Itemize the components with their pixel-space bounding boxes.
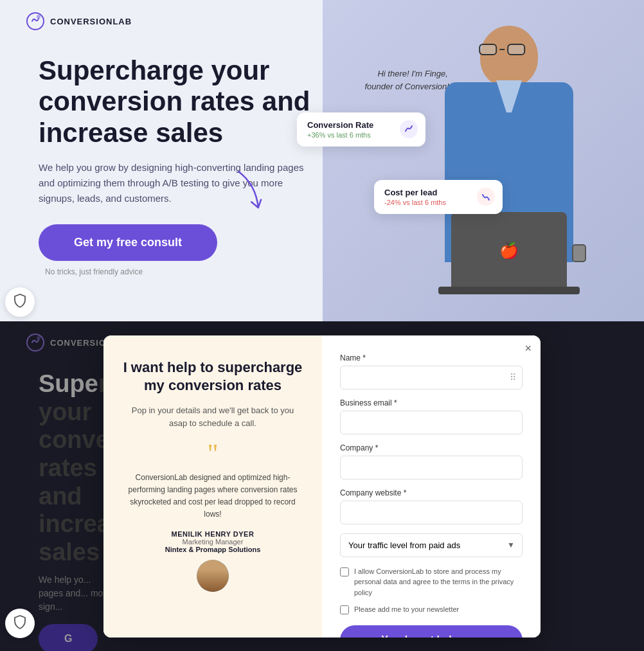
modal-left-title: I want help to supercharge my conversion… <box>121 359 304 395</box>
email-label: Business email * <box>340 398 523 407</box>
traffic-select[interactable]: Your traffic level from paid ads Less th… <box>340 533 523 557</box>
name-form-group: Name * ⠿ <box>340 353 523 389</box>
svg-point-1 <box>37 15 40 19</box>
cost-per-lead-subtitle: -24% vs last 6 mths <box>384 199 492 206</box>
shield-badge-top[interactable] <box>5 287 35 317</box>
traffic-form-group: Your traffic level from paid ads Less th… <box>340 533 523 557</box>
testimonial-role: Marketing Manager <box>183 538 244 546</box>
cta-subtext: No tricks, just friendly advice <box>45 267 321 276</box>
cost-per-lead-title: Cost per lead <box>384 188 492 197</box>
logo-text: CONVERSIONLAB <box>50 17 132 26</box>
company-label: Company * <box>340 443 523 452</box>
modal-close-button[interactable]: × <box>524 342 532 355</box>
name-input-wrapper: ⠿ <box>340 366 523 389</box>
modal-overlay: × I want help to supercharge my conversi… <box>0 321 644 651</box>
shield-icon-bottom <box>13 614 27 633</box>
conversion-rate-icon <box>400 120 418 138</box>
bottom-section: CONVERSIONLAB Supercharge your conversio… <box>0 321 644 651</box>
hero-title: Supercharge your conversion rates and in… <box>39 55 321 148</box>
conversion-rate-card: Conversion Rate +36% vs last 6 mths <box>297 112 425 147</box>
newsletter-checkbox-group: Please add me to your newsletter <box>340 604 523 615</box>
svg-point-0 <box>27 13 44 30</box>
shield-icon-top <box>13 293 27 312</box>
testimonial-name: MENILIK HENRY DYER <box>172 530 255 538</box>
newsletter-label: Please add me to your newsletter <box>354 604 459 615</box>
logo-wrapper: CONVERSIONLAB <box>26 12 132 31</box>
consent-checkbox[interactable] <box>340 567 349 576</box>
testimonial-avatar <box>197 560 229 592</box>
submit-button[interactable]: Yes, I want help now <box>340 625 523 638</box>
name-label: Name * <box>340 353 523 362</box>
consent-checkbox-group: I allow ConversionLab to store and proce… <box>340 566 523 598</box>
hero-person-area: Hi there! I'm Finge, founder of Conversi… <box>323 0 644 321</box>
testimonial-company: Nintex & Promapp Solutions <box>165 546 261 553</box>
name-input-icon: ⠿ <box>510 372 516 382</box>
modal-left-panel: I want help to supercharge my conversion… <box>103 335 322 638</box>
name-input[interactable] <box>340 366 523 389</box>
shield-badge-bottom[interactable] <box>5 609 35 638</box>
website-input[interactable] <box>340 501 523 524</box>
get-consult-button[interactable]: Get my free consult <box>39 224 217 261</box>
hero-content: Supercharge your conversion rates and in… <box>0 42 347 276</box>
conversion-rate-title: Conversion Rate <box>307 120 415 130</box>
company-input[interactable] <box>340 456 523 479</box>
cost-per-lead-icon <box>477 188 495 206</box>
modal-right-panel: Name * ⠿ Business email * <box>322 335 541 638</box>
traffic-select-wrapper: Your traffic level from paid ads Less th… <box>340 533 523 557</box>
hero-section: CONVERSIONLAB Supercharge your conversio… <box>0 0 644 321</box>
company-form-group: Company * <box>340 443 523 479</box>
email-input[interactable] <box>340 411 523 434</box>
quote-marks: " <box>207 443 218 465</box>
email-form-group: Business email * <box>340 398 523 434</box>
logo-icon <box>26 12 45 31</box>
person-image: 🍎 <box>409 19 609 321</box>
modal-dialog: × I want help to supercharge my conversi… <box>103 335 541 638</box>
testimonial-text: ConversionLab designed and optimized hig… <box>121 472 304 521</box>
website-label: Company website * <box>340 488 523 497</box>
website-form-group: Company website * <box>340 488 523 524</box>
conversion-rate-subtitle: +36% vs last 6 mths <box>307 131 415 139</box>
cost-per-lead-card: Cost per lead -24% vs last 6 mths <box>374 180 503 214</box>
consent-label: I allow ConversionLab to store and proce… <box>354 566 523 598</box>
newsletter-checkbox[interactable] <box>340 605 349 614</box>
modal-left-description: Pop in your details and we'll get back t… <box>121 404 304 431</box>
